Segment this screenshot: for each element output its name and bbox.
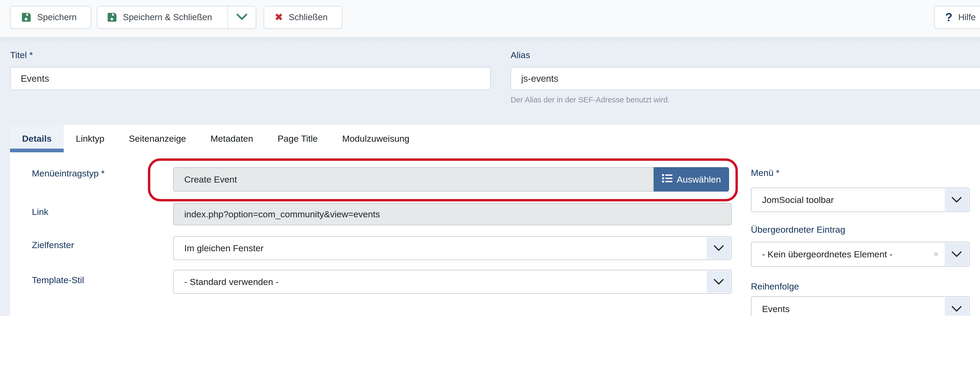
chevron-down-icon <box>707 237 731 259</box>
alias-help-text: Der Alias der in der SEF-Adresse benutzt… <box>511 95 670 104</box>
tab-details[interactable]: Details <box>10 125 64 152</box>
title-input[interactable] <box>10 67 491 90</box>
title-label: Titel * <box>10 50 33 60</box>
tab-seitenanzeige[interactable]: Seitenanzeige <box>116 125 198 152</box>
tab-linktyp[interactable]: Linktyp <box>64 125 117 152</box>
menu-value: JomSocial toolbar <box>762 195 834 205</box>
ordering-value: Events <box>762 304 790 314</box>
target-window-label: Zielfenster <box>32 240 74 250</box>
save-label: Speichern <box>37 12 77 22</box>
save-icon <box>21 12 31 22</box>
close-icon: ✖ <box>275 13 283 22</box>
tab-page-title[interactable]: Page Title <box>265 125 330 152</box>
chevron-down-icon <box>945 243 969 266</box>
menu-item-type-group: Auswählen <box>173 167 729 192</box>
help-label: Hilfe <box>958 12 976 22</box>
template-style-value: - Standard verwenden - <box>184 277 278 287</box>
menu-item-type-label: Menüeintragstyp * <box>32 168 105 179</box>
select-menu-item-type-button[interactable]: Auswählen <box>654 167 729 192</box>
menu-label: Menü * <box>751 168 780 178</box>
parent-item-select[interactable]: - Kein übergeordnetes Element - × <box>751 242 970 267</box>
save-options-caret-button[interactable] <box>228 6 256 28</box>
save-icon <box>107 12 117 22</box>
chevron-down-icon <box>945 297 969 316</box>
joomla-menu-item-edit-screen: Speichern Speichern & Schließen <box>0 0 980 389</box>
template-style-select[interactable]: - Standard verwenden - <box>173 270 732 294</box>
parent-item-label: Übergeordneter Eintrag <box>751 224 845 235</box>
help-icon: ? <box>945 11 952 23</box>
edit-form-content: Titel * Alias Der Alias der in der SEF-A… <box>0 37 980 316</box>
details-panel: Menüeintragstyp * Auswählen <box>10 152 980 316</box>
target-window-select[interactable]: Im gleichen Fenster <box>173 236 732 260</box>
save-and-close-button[interactable]: Speichern & Schließen <box>97 6 228 28</box>
link-input[interactable] <box>173 203 732 225</box>
toolbar: Speichern Speichern & Schließen <box>0 0 980 37</box>
alias-label: Alias <box>511 50 530 60</box>
help-button[interactable]: ? Hilfe <box>934 6 980 29</box>
list-icon <box>662 174 673 185</box>
save-and-close-label: Speichern & Schließen <box>123 12 212 22</box>
chevron-down-icon <box>707 271 731 293</box>
link-label: Link <box>32 207 48 217</box>
save-button[interactable]: Speichern <box>10 6 91 29</box>
chevron-down-icon <box>236 14 247 21</box>
target-window-value: Im gleichen Fenster <box>184 243 264 253</box>
select-button-label: Auswählen <box>677 174 721 185</box>
tab-modulzuweisung[interactable]: Modulzuweisung <box>330 125 422 152</box>
close-label: Schließen <box>289 12 328 22</box>
ordering-select[interactable]: Events <box>751 296 970 316</box>
menu-item-type-input[interactable] <box>173 167 654 192</box>
parent-item-value: - Kein übergeordnetes Element - <box>762 249 892 259</box>
close-button[interactable]: ✖ Schließen <box>264 6 342 29</box>
form-tabs: Details Linktyp Seitenanzeige Metadaten … <box>10 125 980 153</box>
clear-selection-icon[interactable]: × <box>934 250 938 258</box>
save-and-close-split-button: Speichern & Schließen <box>97 6 256 29</box>
chevron-down-icon <box>945 189 969 211</box>
tab-metadaten[interactable]: Metadaten <box>198 125 266 152</box>
ordering-label: Reihenfolge <box>751 281 799 292</box>
template-style-label: Template-Stil <box>32 275 84 285</box>
menu-select[interactable]: JomSocial toolbar <box>751 187 970 212</box>
alias-input[interactable] <box>511 67 980 90</box>
